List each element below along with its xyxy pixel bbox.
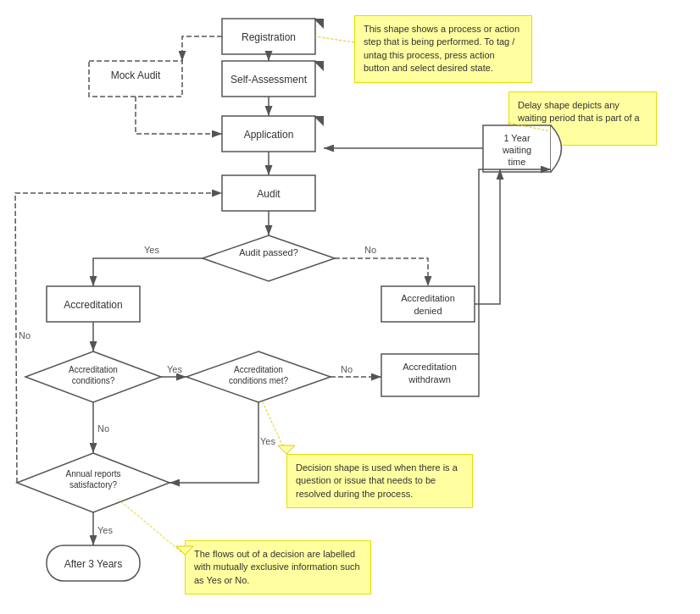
- arrow-yes-annual: [169, 402, 258, 483]
- flowchart-svg: Registration Mock Audit Self-Assessment …: [0, 0, 700, 614]
- callout-marker-flows: [176, 546, 193, 555]
- arrow-withdrawn-waiting: [479, 169, 551, 354]
- arrow-reg-mockaudit: [182, 36, 222, 61]
- label-yes-accreditation: Yes: [144, 245, 159, 255]
- label-accreditation-withdrawn-2: withdrawn: [408, 374, 451, 384]
- label-no-denied: No: [364, 245, 376, 255]
- label-accreditation-conditions-met-2: conditions met?: [229, 376, 288, 385]
- callout-marker-decision: [278, 445, 295, 454]
- label-annual-reports-1: Annual reports: [65, 469, 120, 478]
- node-audit-passed[interactable]: [203, 235, 335, 281]
- waiting-cap: [551, 125, 562, 172]
- label-audit-passed: Audit passed?: [239, 247, 298, 257]
- label-accreditation-denied-2: denied: [414, 306, 442, 316]
- arrow-yes-accreditation: [93, 258, 203, 286]
- label-audit: Audit: [257, 188, 281, 200]
- label-self-assessment: Self-Assessment: [231, 74, 308, 86]
- label-no-audit-loop: No: [19, 330, 31, 340]
- label-no-annual: No: [97, 423, 109, 434]
- arrow-mockaudit-app: [136, 97, 222, 134]
- label-accreditation-withdrawn-1: Accreditation: [403, 362, 457, 372]
- label-waiting-2: waiting: [502, 145, 531, 155]
- label-registration: Registration: [242, 31, 296, 43]
- label-waiting-3: time: [508, 157, 526, 167]
- node-accreditation-denied[interactable]: [381, 286, 475, 322]
- label-yes-annual: Yes: [260, 436, 275, 446]
- label-mock-audit: Mock Audit: [111, 69, 161, 81]
- label-accreditation-denied-1: Accreditation: [401, 293, 455, 303]
- label-annual-reports-2: satisfactory?: [69, 480, 118, 490]
- label-application: Application: [244, 129, 294, 141]
- arrow-no-audit-loop: [15, 193, 222, 483]
- label-yes-met: Yes: [167, 364, 182, 374]
- label-accreditation-conditions-1: Accreditation: [69, 365, 118, 374]
- diagram-container: This shape shows a process or action ste…: [0, 0, 700, 614]
- arrow-no-denied: [335, 258, 428, 286]
- callout-line-process: [315, 36, 354, 42]
- label-accreditation-conditions-2: conditions?: [72, 376, 115, 385]
- label-accreditation: Accreditation: [64, 299, 122, 311]
- label-yes-afteryears: Yes: [97, 525, 113, 535]
- label-accreditation-conditions-met-1: Accreditation: [234, 365, 283, 374]
- label-no-withdrawn: No: [341, 364, 353, 374]
- label-waiting-1: 1 Year: [503, 133, 531, 143]
- label-after-years: After 3 Years: [64, 558, 123, 570]
